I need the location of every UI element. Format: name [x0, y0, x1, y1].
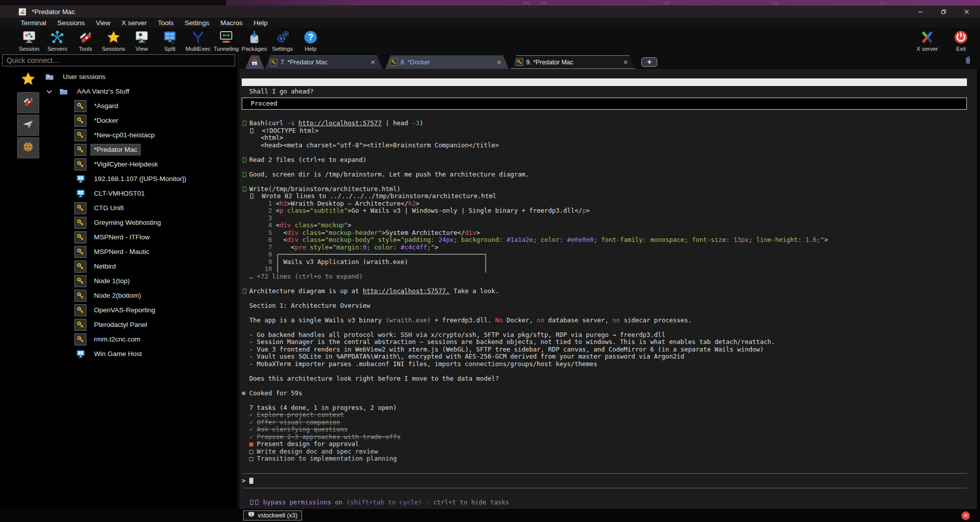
sidebar-web-sessions-tab[interactable] [17, 137, 39, 158]
tree-item-192-168-1-107-ups-monitor[interactable]: 192.168.1.107 ([UPS-Monitor]) [41, 171, 237, 186]
terminal-line: ✓ Offer visual companion [242, 419, 971, 426]
toolbar: SessionServersToolsSessionsViewSplitMult… [0, 28, 980, 54]
tree-item-rmm-t2cnc-com[interactable]: rmm.t2cnc.com [41, 332, 237, 346]
toolbar-settings-button[interactable]: Settings [268, 29, 297, 52]
toolbar-label: Split [156, 46, 184, 52]
toolbar-session-button[interactable]: Session [15, 29, 43, 52]
toolbar-label: Exit [947, 46, 975, 52]
terminal-line: 9 │ Wails v3 Application (wraith.exe) │ [242, 258, 971, 266]
sidebar-favorites-tab[interactable] [17, 69, 39, 91]
tree-item-user-sessions[interactable]: User sessions [41, 69, 237, 84]
tool-bullet-icon [243, 172, 246, 177]
close-terminal-icon[interactable]: ✕ [961, 511, 970, 520]
terminal-line: - Go backend handles all protocol work: … [242, 331, 971, 339]
toolbar-label: Tunneling [212, 46, 240, 52]
tree-item-label: Pterodactyl Panel [91, 319, 150, 330]
paper-plane-icon [22, 118, 34, 132]
new-tab-button[interactable]: + [641, 57, 657, 67]
session-monitor-icon [22, 30, 37, 45]
menu-settings[interactable]: Settings [179, 18, 215, 28]
terminal-line: ✻ Cooked for 59s [242, 390, 971, 397]
toolbar-tools-button[interactable]: Tools [71, 29, 100, 52]
terminal-line: 8 ┌─────────────────────────────────────… [242, 251, 971, 258]
tab-7-predator-mac[interactable]: 7. *Predator Mac✕ [265, 55, 382, 69]
toolbar-servers-button[interactable]: Servers [43, 29, 71, 52]
tree-item-ctg-unifi[interactable]: CTG Unifi [41, 201, 237, 215]
tab-9-predator-mac[interactable]: 9. *Predator Mac✕ [511, 55, 635, 69]
key-icon [74, 202, 86, 214]
mobaxterm-window: *Predator Mac TerminalSessionsViewX serv… [0, 0, 980, 522]
quick-connect-input[interactable] [2, 54, 235, 66]
tunneling-icon [219, 30, 234, 45]
tree-item-asgard[interactable]: *Asgard [41, 99, 237, 113]
toolbar-x-server-button[interactable]: X server [913, 29, 941, 52]
tab-label: 8. *Docker [401, 59, 491, 66]
tab-label: 7. *Predator Mac [280, 59, 364, 66]
bottom-session-button[interactable]: vstockwell (x3) [243, 510, 302, 520]
sidebar-sessions-tab[interactable] [17, 115, 39, 136]
toolbar-exit-button[interactable]: Exit [947, 29, 975, 52]
tab-home[interactable] [245, 55, 264, 69]
tree-item-mspnerd-mautic[interactable]: MSPNerd - Mautic [41, 244, 237, 259]
close-tab-icon[interactable]: ✕ [368, 59, 377, 66]
tool-bullet-icon [243, 187, 246, 192]
sessions-tree: User sessionsAAA Vantz's Stuff*Asgard*Do… [41, 69, 237, 361]
terminal-line [242, 113, 971, 120]
tree-item-predator-mac[interactable]: *Predator Mac [41, 142, 237, 157]
toolbar-label: X server [913, 46, 941, 52]
tree-item-vigilcyber-helpdesk[interactable]: *VigilCyber-Helpdesk [41, 157, 237, 171]
tree-item-label: *Asgard [91, 101, 121, 111]
toolbar-help-button[interactable]: ?Help [297, 29, 325, 52]
toolbar-tunneling-button[interactable]: Tunneling [212, 29, 240, 52]
terminal-line [242, 382, 971, 390]
key-icon [74, 217, 86, 229]
toolbar-packages-button[interactable]: Packages [240, 29, 268, 52]
terminal-line: - Session Manager is the central abstrac… [242, 338, 971, 346]
tree-item-docker[interactable]: *Docker [41, 113, 237, 128]
terminal-line: > [242, 477, 971, 485]
tree-item-clt-vmhost01[interactable]: CLT-VMHOST01 [41, 186, 237, 201]
terminal-line: - Vault uses SQLite in %APPDATA%\Wraith\… [242, 353, 971, 361]
terminal-line: 7 <pre style="margin:0; color: #c4c4ff;"… [242, 244, 971, 251]
terminal-line: 7 tasks (4 done, 1 in progress, 2 open) [242, 404, 971, 412]
tree-item-new-cp01-heistacp[interactable]: *New-cp01-heistacp [41, 128, 237, 142]
menu-sessions[interactable]: Sessions [52, 18, 90, 28]
menu-help[interactable]: Help [248, 18, 273, 28]
tree-item-aaa-vantz-s-stuff[interactable]: AAA Vantz's Stuff [41, 84, 237, 99]
menu-view[interactable]: View [90, 18, 116, 28]
sidebar-tools-tab[interactable] [17, 92, 39, 113]
paperclip-icon[interactable] [963, 56, 973, 68]
tree-item-netbird[interactable]: Netbird [41, 259, 237, 274]
proceed-option[interactable]: Proceed [242, 98, 967, 110]
maximize-button[interactable] [935, 6, 952, 18]
tree-item-node-2-bottom[interactable]: Node 2(bottom) [41, 288, 237, 303]
close-tab-icon[interactable]: ✕ [495, 59, 504, 66]
terminal-line [242, 492, 971, 499]
terminal-line: ■ Present design for approval [242, 441, 971, 448]
toolbar-view-button[interactable]: View [128, 29, 156, 52]
tree-item-mspnerd-itflow[interactable]: MSPNerd - ITFlow [41, 230, 237, 244]
menu-tools[interactable]: Tools [152, 18, 179, 28]
titlebar: *Predator Mac [0, 6, 980, 18]
tree-item-openvas-reporting[interactable]: OpenVAS-Reporting [41, 303, 237, 317]
tab-8-docker[interactable]: 8. *Docker✕ [385, 55, 509, 69]
toolbar-label: Session [15, 46, 43, 52]
terminal-screen[interactable]: Shall I go ahead? ProceedBash(curl -s ht… [239, 69, 977, 509]
tree-item-node-1-top[interactable]: Node 1(top) [41, 274, 237, 288]
tree-item-greyming-webhosting[interactable]: Greyming Webhosting [41, 215, 237, 230]
tree-item-label: AAA Vantz's Stuff [74, 86, 132, 97]
close-button[interactable] [958, 6, 975, 18]
minimize-button[interactable] [912, 6, 929, 18]
tree-item-pterodactyl-panel[interactable]: Pterodactyl Panel [41, 317, 237, 332]
toolbar-split-button[interactable]: Split [156, 29, 184, 52]
close-tab-icon[interactable]: ✕ [621, 59, 630, 66]
key-icon [74, 115, 86, 127]
toolbar-multiexec-button[interactable]: MultiExec [184, 29, 212, 52]
chevron-down-icon[interactable] [45, 88, 53, 96]
menu-terminal[interactable]: Terminal [15, 18, 52, 28]
toolbar-sessions-button[interactable]: Sessions [100, 29, 128, 52]
tree-item-win-game-host[interactable]: Win Game Host [41, 346, 237, 361]
menu-macros[interactable]: Macros [215, 18, 248, 28]
folder-icon [57, 85, 69, 98]
menu-x-server[interactable]: X server [116, 18, 152, 28]
